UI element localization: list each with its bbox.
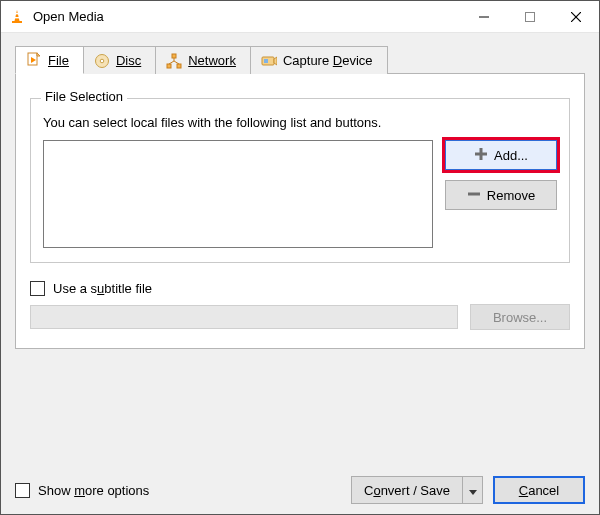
svg-point-12 [100, 59, 104, 63]
svg-rect-3 [12, 21, 22, 23]
svg-rect-13 [172, 54, 176, 58]
tab-network-label: Network [188, 53, 236, 68]
browse-button-label: Browse... [493, 310, 547, 325]
close-button[interactable] [553, 1, 599, 33]
file-list[interactable] [43, 140, 433, 248]
subtitle-row: Use a subtitle file [30, 281, 570, 296]
convert-save-button[interactable]: Convert / Save [351, 476, 483, 504]
svg-rect-5 [526, 12, 535, 21]
tab-disc-label: Disc [116, 53, 141, 68]
dialog-content: File Disc Network Capture Device [1, 33, 599, 514]
tab-capture-label: Capture Device [283, 53, 373, 68]
cancel-button-label: Cancel [519, 483, 559, 498]
vlc-cone-icon [9, 9, 25, 25]
add-button-label: Add... [494, 148, 528, 163]
tab-panel-file: File Selection You can select local file… [15, 73, 585, 349]
svg-rect-2 [15, 17, 20, 18]
minimize-button[interactable] [461, 1, 507, 33]
show-more-options[interactable]: Show more options [15, 483, 149, 498]
browse-button: Browse... [470, 304, 570, 330]
svg-marker-9 [37, 53, 40, 56]
tab-file[interactable]: File [15, 46, 84, 74]
subtitle-checkbox[interactable] [30, 281, 45, 296]
open-media-window: Open Media File Disc [0, 0, 600, 515]
tab-file-label: File [48, 53, 69, 68]
dialog-footer: Show more options Convert / Save Cancel [15, 464, 585, 504]
svg-marker-21 [274, 57, 277, 65]
chevron-down-icon [469, 483, 477, 498]
plus-icon [474, 147, 488, 164]
maximize-button[interactable] [507, 1, 553, 33]
convert-save-label: Convert / Save [364, 483, 450, 498]
remove-button[interactable]: Remove [445, 180, 557, 210]
titlebar: Open Media [1, 1, 599, 33]
tab-capture-device[interactable]: Capture Device [250, 46, 388, 74]
show-more-checkbox[interactable] [15, 483, 30, 498]
svg-marker-0 [15, 10, 20, 21]
window-title: Open Media [33, 9, 104, 24]
tab-network[interactable]: Network [155, 46, 251, 74]
minus-icon [467, 187, 481, 204]
file-selection-group: File Selection You can select local file… [30, 98, 570, 263]
capture-device-icon [261, 53, 277, 69]
add-button[interactable]: Add... [445, 140, 557, 170]
svg-rect-24 [468, 192, 480, 195]
subtitle-path-field [30, 305, 458, 329]
svg-rect-20 [264, 59, 268, 63]
convert-save-dropdown[interactable] [463, 476, 483, 504]
tab-disc[interactable]: Disc [83, 46, 156, 74]
remove-button-label: Remove [487, 188, 535, 203]
subtitle-checkbox-label: Use a subtitle file [53, 281, 152, 296]
file-selection-title: File Selection [41, 89, 127, 104]
svg-rect-1 [15, 13, 18, 14]
file-icon [26, 52, 42, 68]
svg-marker-25 [469, 490, 477, 495]
file-selection-help: You can select local files with the foll… [43, 115, 557, 130]
convert-save-main[interactable]: Convert / Save [351, 476, 463, 504]
svg-rect-23 [475, 152, 487, 155]
cancel-button[interactable]: Cancel [493, 476, 585, 504]
disc-icon [94, 53, 110, 69]
svg-rect-15 [177, 64, 181, 68]
show-more-label: Show more options [38, 483, 149, 498]
svg-rect-14 [167, 64, 171, 68]
tab-strip: File Disc Network Capture Device [15, 43, 585, 73]
network-icon [166, 53, 182, 69]
